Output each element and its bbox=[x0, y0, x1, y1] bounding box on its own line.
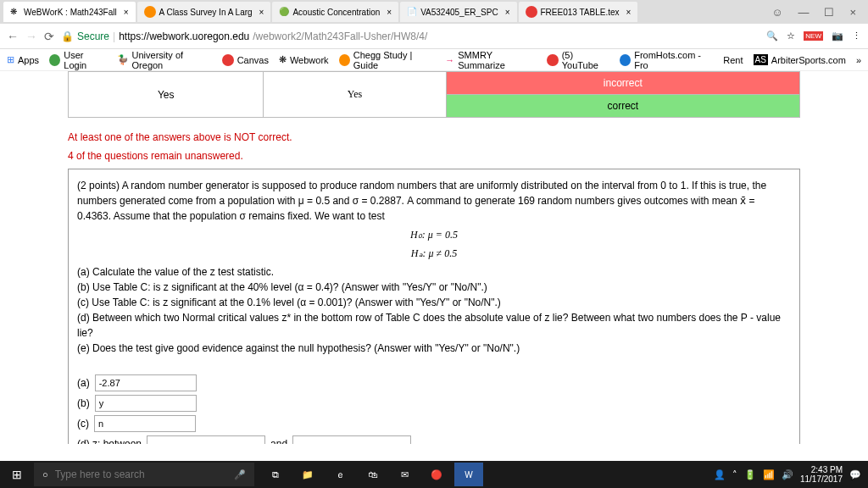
file-explorer-icon[interactable]: 📁 bbox=[293, 463, 322, 486]
url-bar[interactable]: 🔒 Secure | https://webwork.uoregon.edu/w… bbox=[61, 30, 760, 42]
menu-icon[interactable]: ⋮ bbox=[852, 30, 861, 42]
input-b[interactable] bbox=[95, 395, 197, 412]
question-e: (e) Does the test give good evidence aga… bbox=[77, 341, 791, 356]
tab-webwork[interactable]: ❋WeBWorK : Math243Fall× bbox=[3, 2, 136, 22]
minimize-icon[interactable]: — bbox=[798, 6, 809, 19]
bm-webwork[interactable]: ❋Webwork bbox=[279, 54, 329, 65]
camera-icon[interactable]: 📷 bbox=[832, 30, 843, 42]
tex-icon bbox=[526, 6, 537, 18]
tab-free013[interactable]: FREE013 TABLE.tex× bbox=[519, 2, 638, 22]
content-area: Yes Yes incorrect correct At least one o… bbox=[0, 71, 868, 444]
label-a: (a) bbox=[77, 375, 90, 391]
input-c[interactable] bbox=[94, 415, 196, 432]
problem-box: (2 points) A random number generator is … bbox=[68, 169, 800, 444]
input-a[interactable] bbox=[95, 374, 197, 391]
nav-bar: ← → ⟳ 🔒 Secure | https://webwork.uoregon… bbox=[0, 24, 868, 49]
task-view-icon[interactable]: ⧉ bbox=[261, 463, 290, 486]
bm-canvas[interactable]: Canvas bbox=[222, 54, 269, 66]
search-icon[interactable]: 🔍 bbox=[766, 30, 778, 42]
back-icon[interactable]: ← bbox=[7, 30, 19, 43]
close-icon[interactable]: × bbox=[124, 8, 129, 17]
close-icon[interactable]: × bbox=[505, 8, 510, 17]
clock[interactable]: 2:43 PM 11/17/2017 bbox=[800, 465, 843, 484]
notifications-icon[interactable]: 💬 bbox=[849, 469, 861, 480]
close-icon[interactable]: × bbox=[387, 8, 392, 17]
browser-tabs: ❋WeBWorK : Math243Fall× A Class Survey I… bbox=[0, 0, 868, 24]
as-icon: AS bbox=[754, 54, 768, 65]
search-box[interactable]: ○ 🎤 bbox=[34, 463, 254, 486]
tray-up-icon[interactable]: ˄ bbox=[732, 469, 737, 480]
people-icon[interactable]: 👤 bbox=[714, 469, 726, 480]
bookmark-overflow[interactable]: » bbox=[856, 55, 861, 65]
cortana-icon: ○ bbox=[42, 469, 48, 480]
volume-icon[interactable]: 🔊 bbox=[782, 469, 793, 480]
chegg-icon bbox=[144, 6, 156, 18]
battery-icon[interactable]: 🔋 bbox=[744, 469, 756, 480]
bm-rent[interactable]: Rent bbox=[723, 55, 743, 65]
new-badge[interactable]: NEW bbox=[804, 31, 823, 41]
arrow-icon: → bbox=[445, 55, 454, 65]
edge-icon[interactable]: ｅ bbox=[326, 463, 354, 486]
chrome-icon[interactable]: 🔴 bbox=[422, 463, 451, 486]
close-icon[interactable]: × bbox=[259, 8, 264, 17]
reload-icon[interactable]: ⟳ bbox=[44, 30, 54, 43]
start-button[interactable]: ⊞ bbox=[0, 468, 34, 481]
webwork-bm-icon: ❋ bbox=[279, 54, 287, 65]
status-yes2: Yes bbox=[264, 72, 446, 118]
star-icon[interactable]: ☆ bbox=[787, 30, 795, 42]
webwork-icon: ❋ bbox=[10, 7, 20, 17]
tab-class-survey[interactable]: A Class Survey In A Larg× bbox=[137, 2, 271, 22]
window-controls: ☺ — ☐ × bbox=[771, 6, 865, 19]
mic-icon[interactable]: 🎤 bbox=[234, 469, 246, 480]
status-table: Yes Yes incorrect correct bbox=[68, 71, 800, 118]
apps-button[interactable]: ⊞ Apps bbox=[7, 54, 39, 65]
question-c: (c) Use Table C: is z significant at the… bbox=[77, 295, 791, 310]
canvas-icon bbox=[222, 54, 234, 66]
search-input[interactable] bbox=[55, 469, 227, 480]
bm-arbiter[interactable]: ASArbiterSports.com bbox=[754, 54, 846, 65]
error-line1: At least one of the answers above is NOT… bbox=[68, 131, 800, 143]
input-d2[interactable] bbox=[292, 435, 411, 444]
label-d: (d) z: between bbox=[77, 436, 142, 444]
bm-uo[interactable]: 🦆University of Oregon bbox=[117, 50, 212, 70]
tab-vas[interactable]: 📄VA532405_ER_SPC× bbox=[400, 2, 516, 22]
taskbar: ⊞ ○ 🎤 ⧉ 📁 ｅ 🛍 ✉ 🔴 W 👤 ˄ 🔋 📶 🔊 2:43 PM 11… bbox=[0, 461, 868, 488]
label-b: (b) bbox=[77, 396, 90, 411]
lock-icon: 🔒 bbox=[61, 30, 74, 42]
oregon-icon bbox=[49, 54, 60, 66]
maximize-icon[interactable]: ☐ bbox=[824, 6, 834, 19]
hypothesis-ha: Hₐ: μ ≠ 0.5 bbox=[77, 246, 791, 261]
bm-user-login[interactable]: User Login bbox=[49, 50, 106, 70]
wifi-icon[interactable]: 📶 bbox=[763, 469, 775, 480]
forward-icon[interactable]: → bbox=[25, 30, 37, 43]
status-yes1: Yes bbox=[69, 72, 264, 118]
tab-acoustic[interactable]: 🟢Acoustic Concentration× bbox=[272, 2, 398, 22]
system-tray: 👤 ˄ 🔋 📶 🔊 2:43 PM 11/17/2017 💬 bbox=[714, 465, 868, 484]
problem-intro: (2 points) A random number generator is … bbox=[77, 178, 791, 224]
error-line2: 4 of the questions remain unanswered. bbox=[68, 150, 800, 162]
bm-chegg[interactable]: Chegg Study | Guide bbox=[339, 50, 436, 70]
store-icon[interactable]: 🛍 bbox=[358, 463, 387, 486]
fromhots-icon bbox=[620, 54, 631, 66]
uo-icon: 🦆 bbox=[117, 54, 129, 65]
close-window-icon[interactable]: × bbox=[849, 6, 856, 19]
word-icon[interactable]: W bbox=[454, 463, 483, 486]
doc-icon: 📄 bbox=[407, 7, 417, 17]
question-a: (a) Calculate the value of the z test st… bbox=[77, 264, 791, 280]
close-icon[interactable]: × bbox=[626, 8, 632, 17]
mail-icon[interactable]: ✉ bbox=[390, 463, 419, 486]
youtube-icon bbox=[547, 54, 558, 66]
hypothesis-h0: H₀: μ = 0.5 bbox=[77, 227, 791, 242]
input-d1[interactable] bbox=[147, 435, 265, 444]
bm-youtube[interactable]: (5) YouTube bbox=[547, 50, 609, 70]
question-d: (d) Between which two Normal critical va… bbox=[77, 310, 791, 341]
url-path: /webwork2/Math243Fall-Usher/HW8/4/ bbox=[253, 30, 427, 42]
url-host: https://webwork.uoregon.edu bbox=[119, 30, 249, 42]
chegg-bm-icon bbox=[339, 54, 350, 66]
secure-label: Secure bbox=[77, 30, 109, 42]
question-b: (b) Use Table C: is z significant at the… bbox=[77, 280, 791, 295]
user-icon[interactable]: ☺ bbox=[771, 6, 782, 19]
bm-fromhots[interactable]: FromHots.com - Fro bbox=[620, 50, 713, 70]
status-incorrect: incorrect bbox=[446, 72, 799, 95]
bm-smmry[interactable]: →SMMRY Summarize bbox=[445, 50, 537, 70]
